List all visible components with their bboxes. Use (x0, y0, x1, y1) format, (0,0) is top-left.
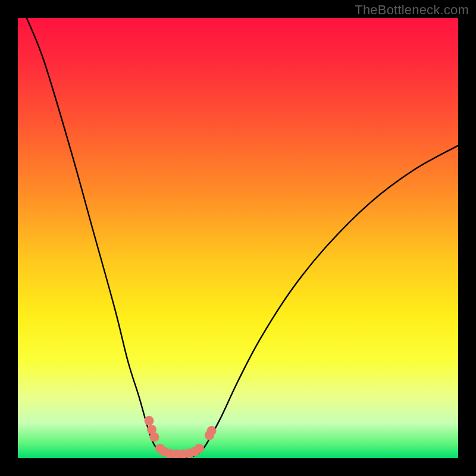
chart-frame: TheBottleneck.com (0, 0, 476, 476)
plot-area (18, 18, 458, 458)
gradient-background (18, 18, 458, 458)
marker-point (149, 432, 159, 441)
marker-point (195, 444, 204, 453)
plot-svg (18, 18, 458, 458)
watermark-text: TheBottleneck.com (355, 2, 469, 18)
marker-point (145, 416, 154, 425)
marker-point (207, 426, 217, 436)
